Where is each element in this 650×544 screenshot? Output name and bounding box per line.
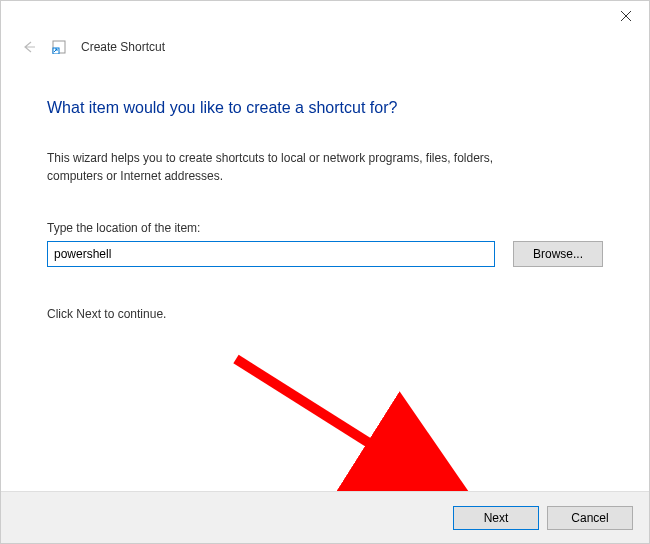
next-button[interactable]: Next [453, 506, 539, 530]
wizard-title: Create Shortcut [81, 40, 165, 54]
location-input[interactable] [47, 241, 495, 267]
back-arrow-icon [21, 39, 37, 55]
wizard-content: What item would you like to create a sho… [1, 55, 649, 321]
continue-instruction: Click Next to continue. [47, 307, 603, 321]
cancel-button[interactable]: Cancel [547, 506, 633, 530]
page-heading: What item would you like to create a sho… [47, 99, 603, 117]
wizard-description: This wizard helps you to create shortcut… [47, 149, 547, 185]
titlebar [1, 1, 649, 33]
location-field-row: Browse... [47, 241, 603, 267]
svg-line-5 [236, 359, 469, 506]
browse-button[interactable]: Browse... [513, 241, 603, 267]
close-icon [621, 11, 631, 21]
shortcut-icon [51, 39, 67, 55]
wizard-footer: Next Cancel [1, 491, 649, 543]
wizard-header: Create Shortcut [1, 33, 649, 55]
close-button[interactable] [603, 1, 649, 31]
location-label: Type the location of the item: [47, 221, 603, 235]
